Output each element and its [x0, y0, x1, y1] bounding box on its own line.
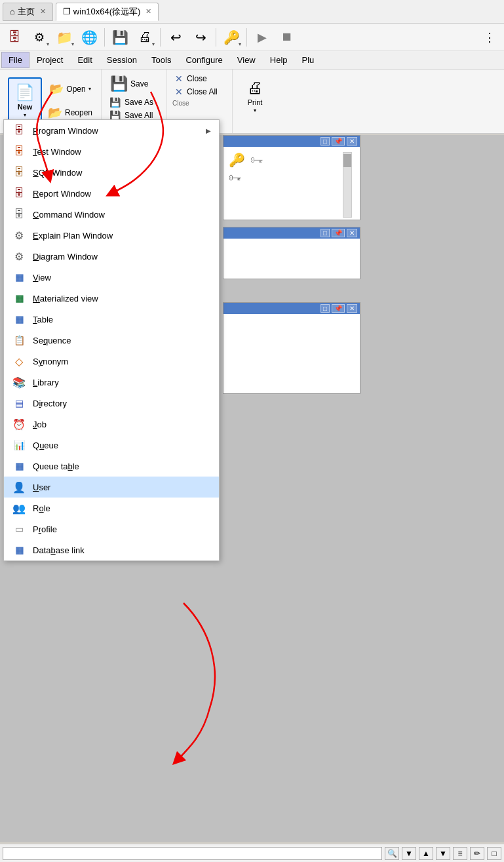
status-list-button[interactable]: ≡ [453, 847, 467, 860]
menu-item-sequence[interactable]: 📋 Sequence [4, 330, 219, 351]
menu-item-command-window[interactable]: 🗄 Command Window [4, 204, 219, 225]
mini-win-2-close-icon[interactable]: ✕ [347, 229, 357, 237]
menu-item-sql-window[interactable]: 🗄 SQL Window [4, 162, 219, 183]
menubar-tools[interactable]: Tools [144, 52, 178, 68]
mini-win-2-resize-icon[interactable]: □ [320, 229, 330, 237]
key-arrow-icon: ▾ [239, 41, 241, 47]
mini-win-3-close-icon[interactable]: ✕ [347, 304, 357, 313]
tab-active-icon: ❐ [63, 7, 71, 16]
mini-win-1-close-icon[interactable]: ✕ [347, 137, 357, 146]
more-button[interactable]: ⋮ [478, 26, 501, 49]
status-input[interactable] [3, 847, 382, 860]
save-as-ribbon-button[interactable]: 💾 Save As [107, 96, 161, 109]
new-ribbon-icon: 📄 [15, 83, 35, 102]
tab-active-label: win10x64(徐远军) [73, 6, 141, 18]
menu-item-view[interactable]: ▦ View [4, 267, 219, 288]
print-ribbon-icon: 🖨 [247, 79, 263, 97]
status-box-icon: □ [492, 849, 496, 858]
diagram-window-icon: ⚙ [12, 249, 26, 264]
menu-item-job[interactable]: ⏰ Job [4, 414, 219, 435]
save-toolbar-button[interactable]: 💾 [108, 26, 132, 49]
reopen-ribbon-icon: 📂 [48, 106, 62, 120]
menu-item-library[interactable]: 📚 Library [4, 372, 219, 393]
mini-win-2-pin-icon[interactable]: 📌 [332, 229, 345, 237]
settings-button[interactable]: ⚙ ▾ [28, 26, 51, 49]
tab-active-close[interactable]: ✕ [145, 7, 151, 16]
queue-label: Queue [33, 441, 211, 450]
menu-item-role[interactable]: 👥 Role [4, 498, 219, 519]
open-ribbon-button[interactable]: 📂 Open ▾ [45, 78, 96, 100]
save-ribbon-button[interactable]: 💾 Save [107, 72, 151, 96]
close-ribbon-button[interactable]: ✕ Close [172, 72, 227, 85]
directory-icon: ▤ [12, 396, 26, 410]
synonym-icon: ◇ [12, 354, 26, 368]
mini-win-1-pin-icon[interactable]: 📌 [332, 137, 345, 146]
new-ribbon-button[interactable]: 📄 New ▾ [8, 77, 42, 125]
menu-item-user[interactable]: 👤 User [4, 477, 219, 498]
status-list-icon: ≡ [457, 849, 462, 858]
status-dropdown-button[interactable]: ▼ [402, 847, 416, 860]
view-label: View [33, 273, 211, 283]
status-box-button[interactable]: □ [487, 847, 501, 860]
menubar-edit[interactable]: Edit [70, 52, 99, 68]
folder-button[interactable]: 📁 ▾ [52, 26, 76, 49]
print-toolbar-button[interactable]: 🖨 ▾ [133, 26, 157, 49]
print-arrow-icon: ▾ [152, 41, 155, 47]
menu-item-explain-plan-window[interactable]: ⚙ Explain Plan Window [4, 225, 219, 246]
menubar-plu[interactable]: Plu [295, 52, 322, 68]
menubar-configure[interactable]: Configure [178, 52, 229, 68]
synonym-label: Synonym [33, 357, 211, 366]
settings-arrow-icon: ▾ [47, 41, 49, 47]
menubar-session[interactable]: Session [100, 52, 144, 68]
program-window-label: Program Window [33, 126, 199, 136]
status-search-button[interactable]: 🔍 [385, 847, 399, 860]
toolbar-separator-2 [160, 28, 161, 47]
menu-item-queue-table[interactable]: ▦ Queue table [4, 456, 219, 477]
menubar-help[interactable]: Help [263, 52, 295, 68]
sql-window-icon: 🗄 [12, 165, 26, 180]
globe-button[interactable]: 🌐 [77, 26, 101, 49]
save-ribbon-label: Save [130, 79, 148, 88]
menu-item-profile[interactable]: ▭ Profile [4, 519, 219, 539]
mini-window-1-scrollbar[interactable] [343, 152, 352, 218]
undo-button[interactable]: ↩ [164, 26, 187, 49]
print-ribbon-button[interactable]: 🖨 Print ▾ [238, 72, 272, 119]
menu-item-directory[interactable]: ▤ Directory [4, 393, 219, 414]
menu-item-program-window[interactable]: 🗄 Program Window ▶ [4, 120, 219, 141]
print-toolbar-icon: 🖨 [138, 29, 151, 45]
stop-button[interactable]: ⏹ [275, 26, 299, 49]
status-up-button[interactable]: ▲ [419, 847, 433, 860]
library-icon: 📚 [12, 375, 26, 389]
db-button[interactable]: 🗄 [3, 26, 26, 49]
play-button[interactable]: ▶ [250, 26, 274, 49]
menu-item-queue[interactable]: 📊 Queue [4, 435, 219, 456]
status-down-icon: ▼ [439, 849, 447, 858]
database-link-label: Database link [33, 545, 211, 555]
tab-home-label: 主页 [18, 6, 35, 18]
mini-win-1-resize-icon[interactable]: □ [320, 137, 330, 146]
menubar-view[interactable]: View [230, 52, 263, 68]
status-down-button[interactable]: ▼ [436, 847, 450, 860]
key-button[interactable]: 🔑 ▾ [220, 26, 243, 49]
menu-item-materialized-view[interactable]: ▦ Materialized view [4, 288, 219, 309]
menu-item-table[interactable]: ▦ Table [4, 309, 219, 330]
tab-home[interactable]: ⌂ 主页 ✕ [3, 3, 53, 21]
status-edit-button[interactable]: ✏ [470, 847, 484, 860]
menubar-file[interactable]: File [1, 52, 29, 68]
menu-item-database-link[interactable]: ▦ Database link [4, 539, 219, 560]
table-icon: ▦ [12, 312, 26, 326]
save-ribbon-icon: 💾 [110, 75, 128, 92]
close-all-ribbon-button[interactable]: ✕ Close All [172, 85, 227, 98]
mini-win-3-resize-icon[interactable]: □ [320, 304, 330, 313]
redo-button[interactable]: ↪ [189, 26, 212, 49]
menu-item-diagram-window[interactable]: ⚙ Diagram Window [4, 246, 219, 267]
status-dropdown-icon: ▼ [405, 849, 413, 858]
menu-item-report-window[interactable]: 🗄 Report Window [4, 183, 219, 204]
menu-item-synonym[interactable]: ◇ Synonym [4, 351, 219, 372]
menu-item-test-window[interactable]: 🗄 Test Window [4, 141, 219, 162]
menubar-project[interactable]: Project [29, 52, 70, 68]
mini-win-3-pin-icon[interactable]: 📌 [332, 304, 345, 313]
directory-label: Directory [33, 399, 211, 408]
tab-home-close[interactable]: ✕ [40, 7, 46, 16]
tab-active[interactable]: ❐ win10x64(徐远军) ✕ [56, 3, 159, 21]
